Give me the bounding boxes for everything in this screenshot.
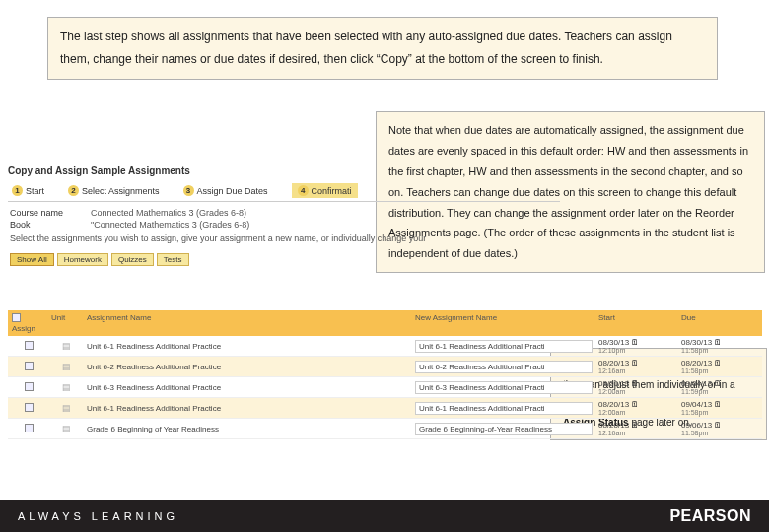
start-date[interactable]: 08/20/13 🗓 bbox=[598, 421, 675, 430]
tab-confirm[interactable]: 4Confirmati bbox=[292, 183, 358, 198]
assignments-table: Assign Unit Assignment Name New Assignme… bbox=[8, 310, 762, 439]
calendar-icon[interactable]: 🗓 bbox=[631, 359, 639, 367]
start-time: 12:16am bbox=[598, 430, 675, 436]
calendar-icon[interactable]: 🗓 bbox=[714, 400, 722, 409]
filter-quizzes[interactable]: Quizzes bbox=[111, 253, 154, 266]
tab-dates[interactable]: 3Assign Due Dates bbox=[183, 183, 268, 198]
start-time: 12:00am bbox=[598, 409, 675, 416]
filter-buttons: Show All Homework Quizzes Tests bbox=[10, 253, 560, 266]
annotation-box-1: The last step shows all assignments that… bbox=[47, 17, 718, 80]
calendar-icon[interactable]: 🗓 bbox=[631, 338, 639, 347]
start-time: 12:00am bbox=[598, 388, 675, 395]
document-icon: ▤ bbox=[62, 382, 71, 392]
due-time: 11:58pm bbox=[681, 347, 758, 354]
new-name-input[interactable]: Unit 6-1 Readiness Additional Practi bbox=[415, 340, 593, 353]
filter-all[interactable]: Show All bbox=[10, 253, 54, 266]
document-icon: ▤ bbox=[62, 403, 71, 413]
due-time: 11:58pm bbox=[681, 409, 758, 416]
assign-checkbox[interactable] bbox=[25, 341, 34, 350]
due-time: 11:59pm bbox=[681, 388, 758, 395]
footer-tagline: ALWAYS LEARNING bbox=[18, 510, 178, 522]
assignment-name: Unit 6-1 Readiness Additional Practice bbox=[87, 342, 409, 351]
assignment-name: Grade 6 Beginning of Year Readiness bbox=[87, 425, 409, 433]
calendar-icon[interactable]: 🗓 bbox=[631, 379, 639, 388]
new-name-input[interactable]: Unit 6-3 Readiness Additional Practi bbox=[415, 381, 593, 394]
assign-checkbox[interactable] bbox=[25, 403, 34, 412]
due-time: 11:58pm bbox=[681, 430, 758, 436]
assignment-name: Unit 6-2 Readiness Additional Practice bbox=[87, 363, 409, 371]
step-number-icon: 3 bbox=[183, 185, 194, 196]
assign-checkbox[interactable] bbox=[25, 424, 34, 432]
assignment-name: Unit 6-3 Readiness Additional Practice bbox=[87, 383, 409, 392]
due-date[interactable]: 09/06/13 🗓 bbox=[681, 421, 758, 430]
calendar-icon[interactable]: 🗓 bbox=[714, 379, 722, 388]
step-number-icon: 4 bbox=[298, 185, 309, 196]
start-time: 12:16am bbox=[598, 367, 675, 374]
assign-checkbox[interactable] bbox=[25, 362, 34, 370]
new-name-input[interactable]: Unit 6-1 Readiness Additional Practi bbox=[415, 402, 593, 415]
tab-select[interactable]: 2Select Assignments bbox=[68, 183, 160, 198]
course-label: Course name bbox=[10, 208, 79, 218]
step-number-icon: 2 bbox=[68, 185, 79, 196]
document-icon: ▤ bbox=[62, 362, 71, 371]
filter-tests[interactable]: Tests bbox=[157, 253, 189, 266]
start-time: 12:10pm bbox=[598, 347, 675, 354]
instructions: Select the assignments you wish to assig… bbox=[10, 233, 426, 243]
document-icon: ▤ bbox=[62, 341, 71, 351]
due-time: 11:58pm bbox=[681, 367, 758, 374]
course-value: Connected Mathematics 3 (Grades 6-8) bbox=[91, 208, 246, 218]
start-date[interactable]: 08/30/13 🗓 bbox=[598, 338, 675, 347]
assignment-name: Unit 6-1 Readiness Additional Practice bbox=[87, 404, 409, 413]
book-value: "Connected Mathematics 3 (Grades 6-8) bbox=[91, 220, 249, 230]
due-date[interactable]: 08/30/13 🗓 bbox=[681, 338, 758, 347]
course-meta: Course nameConnected Mathematics 3 (Grad… bbox=[8, 202, 560, 249]
table-row: ▤Unit 6-3 Readiness Additional PracticeU… bbox=[8, 377, 762, 398]
table-row: ▤Unit 6-1 Readiness Additional PracticeU… bbox=[8, 336, 762, 357]
footer-bar: ALWAYS LEARNING PEARSON bbox=[0, 500, 769, 532]
calendar-icon[interactable]: 🗓 bbox=[714, 359, 722, 367]
calendar-icon[interactable]: 🗓 bbox=[631, 421, 639, 430]
due-date[interactable]: 09/04/13 🗓 bbox=[681, 400, 758, 409]
due-date[interactable]: 08/20/13 🗓 bbox=[681, 359, 758, 367]
table-row: ▤Unit 6-2 Readiness Additional PracticeU… bbox=[8, 357, 762, 377]
assign-checkbox[interactable] bbox=[25, 382, 34, 391]
book-label: Book bbox=[10, 220, 79, 230]
table-header: Assign Unit Assignment Name New Assignme… bbox=[8, 310, 762, 336]
table-row: ▤Unit 6-1 Readiness Additional PracticeU… bbox=[8, 398, 762, 419]
calendar-icon[interactable]: 🗓 bbox=[714, 421, 722, 430]
start-date[interactable]: 08/20/13 🗓 bbox=[598, 379, 675, 388]
new-name-input[interactable]: Unit 6-2 Readiness Additional Practi bbox=[415, 361, 593, 373]
calendar-icon[interactable]: 🗓 bbox=[631, 400, 639, 409]
app-screenshot: Copy and Assign Sample Assignments 1Star… bbox=[8, 166, 560, 266]
checkbox-all[interactable] bbox=[12, 313, 21, 322]
tab-start[interactable]: 1Start bbox=[12, 183, 44, 198]
start-date[interactable]: 08/20/13 🗓 bbox=[598, 359, 675, 367]
footer-brand: PEARSON bbox=[669, 507, 751, 525]
new-name-input[interactable]: Grade 6 Beginning-of-Year Readiness bbox=[415, 423, 593, 435]
calendar-icon[interactable]: 🗓 bbox=[714, 338, 722, 347]
table-row: ▤Grade 6 Beginning of Year ReadinessGrad… bbox=[8, 419, 762, 439]
start-date[interactable]: 08/20/13 🗓 bbox=[598, 400, 675, 409]
wizard-tabs: 1Start 2Select Assignments 3Assign Due D… bbox=[8, 180, 560, 202]
document-icon: ▤ bbox=[62, 424, 71, 433]
step-number-icon: 1 bbox=[12, 185, 23, 196]
page-title: Copy and Assign Sample Assignments bbox=[8, 166, 560, 176]
filter-homework[interactable]: Homework bbox=[57, 253, 108, 266]
due-date[interactable]: 09/04/13 🗓 bbox=[681, 379, 758, 388]
